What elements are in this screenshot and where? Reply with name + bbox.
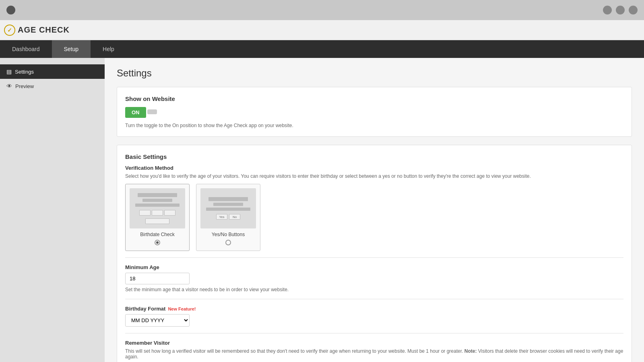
divider-3 <box>125 333 623 333</box>
minimum-age-input[interactable] <box>125 273 190 284</box>
birthday-format-label-text: Birthday Format <box>125 306 165 312</box>
preview-yesno-buttons: Yes No <box>216 214 240 220</box>
remember-visitor-note-label: Note: <box>464 348 477 354</box>
preview-icon: 👁 <box>6 83 12 89</box>
verification-options: Birthdate Check Yes No <box>125 184 623 251</box>
preview-bar-4 <box>208 197 248 201</box>
preview-submit <box>145 218 169 224</box>
show-on-website-title: Show on Website <box>125 95 623 102</box>
preview-bar-3 <box>135 204 180 207</box>
window-btn-3[interactable] <box>629 6 638 14</box>
divider-1 <box>125 257 623 258</box>
window-controls-left <box>6 6 15 14</box>
preview-yes: Yes <box>216 214 227 220</box>
preview-no: No <box>229 214 240 220</box>
window-control-btn[interactable] <box>6 6 15 14</box>
verification-method-label: Verification Method <box>125 165 623 171</box>
sidebar-settings-label: Settings <box>15 69 34 75</box>
logo-text: AGE CHECK <box>18 25 70 35</box>
nav-help[interactable]: Help <box>91 40 126 58</box>
birthdate-check-card[interactable]: Birthdate Check <box>125 184 190 251</box>
window-btn-2[interactable] <box>616 6 625 14</box>
yesno-check-card[interactable]: Yes No Yes/No Buttons <box>196 184 260 251</box>
minimum-age-label: Minimum Age <box>125 264 623 270</box>
sidebar-item-preview[interactable]: 👁 Preview <box>0 79 105 93</box>
main-layout: ▤ Settings 👁 Preview Settings Show on We… <box>0 58 644 362</box>
yesno-label: Yes/No Buttons <box>200 232 256 237</box>
preview-mm <box>139 210 151 216</box>
sidebar: ▤ Settings 👁 Preview <box>0 58 105 362</box>
settings-icon: ▤ <box>6 68 12 75</box>
preview-date-inputs <box>139 210 175 216</box>
birthday-format-label: Birthday Format New Feature! <box>125 306 623 312</box>
divider-2 <box>125 299 623 299</box>
remember-visitor-desc: This will set how long a verified visito… <box>125 348 623 360</box>
preview-bar-6 <box>206 208 250 211</box>
birthdate-label: Birthdate Check <box>130 232 185 237</box>
toggle-on-button[interactable]: ON <box>125 107 146 118</box>
preview-yyyy <box>164 210 175 216</box>
birthdate-preview <box>130 188 185 228</box>
remember-visitor-label: Remember Visitor <box>125 340 623 346</box>
new-feature-badge: New Feature! <box>168 306 196 311</box>
logo-icon: ✓ <box>4 25 15 36</box>
yesno-preview: Yes No <box>200 188 256 228</box>
basic-settings-section: Basic Settings Verification Method Selec… <box>117 145 632 362</box>
page-title: Settings <box>117 68 632 79</box>
sidebar-item-settings[interactable]: ▤ Settings <box>0 64 105 79</box>
nav-dashboard[interactable]: Dashboard <box>0 40 52 58</box>
content-area: Settings Show on Website ON Turn the tog… <box>105 58 644 362</box>
logo-bar: ✓ AGE CHECK <box>0 20 644 40</box>
show-on-website-section: Show on Website ON Turn the toggle to th… <box>117 87 632 137</box>
preview-bar-1 <box>138 193 177 197</box>
preview-bar-2 <box>142 199 172 202</box>
verification-method-desc: Select how you'd like to verify the age … <box>125 173 623 179</box>
minimum-age-block: Minimum Age Set the minimum age that a v… <box>125 264 623 292</box>
preview-dd <box>152 210 163 216</box>
minimum-age-desc: Set the minimum age that a visitor needs… <box>125 287 623 292</box>
birthday-format-block: Birthday Format New Feature! MM DD YYYY … <box>125 306 623 327</box>
nav-setup[interactable]: Setup <box>52 40 91 58</box>
verification-method-block: Verification Method Select how you'd lik… <box>125 165 623 251</box>
sidebar-preview-label: Preview <box>15 83 34 89</box>
nav-bar: Dashboard Setup Help <box>0 40 644 58</box>
toggle-off-indicator <box>147 109 157 114</box>
show-on-website-desc: Turn the toggle to the On position to sh… <box>125 123 623 128</box>
top-bar <box>0 0 644 20</box>
window-btn-1[interactable] <box>603 6 612 14</box>
toggle-container: ON <box>125 107 623 121</box>
remember-visitor-desc-text: This will set how long a verified visito… <box>125 348 463 354</box>
yesno-radio[interactable] <box>225 240 231 245</box>
basic-settings-title: Basic Settings <box>125 153 623 160</box>
window-controls-right <box>603 6 638 14</box>
preview-bar-5 <box>213 203 243 206</box>
birthdate-radio[interactable] <box>155 240 160 245</box>
remember-visitor-block: Remember Visitor This will set how long … <box>125 340 623 362</box>
birthday-format-select[interactable]: MM DD YYYY DD MM YYYY YYYY MM DD <box>125 314 190 327</box>
